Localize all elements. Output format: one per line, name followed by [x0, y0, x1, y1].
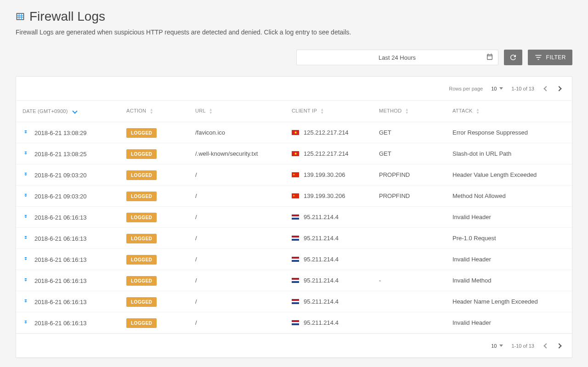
dropdown-icon — [499, 87, 503, 90]
action-badge: LOGGED — [126, 128, 157, 138]
refresh-icon — [509, 53, 517, 62]
table-row[interactable]: 2018-6-21 13:08:25LOGGED/.well-known/sec… — [16, 143, 572, 164]
sort-icon: ▲▼ — [209, 108, 213, 114]
flag-icon — [292, 172, 299, 177]
flag-icon — [292, 278, 299, 283]
col-action[interactable]: ACTION ▲▼ — [122, 101, 191, 122]
filter-button[interactable]: FILTER — [528, 50, 572, 65]
expand-icon[interactable] — [23, 319, 29, 327]
pager-top: Rows per page 10 1-10 of 13 — [16, 77, 572, 101]
expand-icon[interactable] — [23, 171, 29, 179]
cell-method: GET — [374, 122, 448, 143]
action-badge: LOGGED — [126, 170, 157, 180]
pager-next[interactable] — [555, 83, 563, 94]
col-method[interactable]: METHOD ▲▼ — [374, 101, 448, 122]
col-date[interactable]: DATE (GMT+0900) — [16, 101, 122, 122]
cell-method: - — [374, 270, 448, 291]
cell-attack: Invalid Method — [448, 270, 572, 291]
cell-method — [374, 249, 448, 270]
cell-ip: 125.212.217.214 — [304, 150, 349, 157]
flag-icon — [292, 193, 299, 198]
pager-next[interactable] — [555, 340, 563, 351]
table-row[interactable]: 2018-6-21 06:16:13LOGGED/95.211.214.4Inv… — [16, 207, 572, 228]
pager-prev[interactable] — [543, 83, 550, 94]
action-badge: LOGGED — [126, 192, 157, 201]
col-url[interactable]: URL ▲▼ — [191, 101, 287, 122]
action-badge: LOGGED — [126, 297, 157, 307]
table-row[interactable]: 2018-6-21 06:16:13LOGGED/95.211.214.4Inv… — [16, 312, 572, 333]
cell-ip: 95.211.214.4 — [304, 256, 339, 263]
page-title: Firewall Logs — [29, 9, 105, 24]
rows-per-page-value: 10 — [491, 343, 497, 349]
table-row[interactable]: 2018-6-21 13:08:29LOGGED/favicon.ico125.… — [16, 122, 572, 143]
cell-method: GET — [374, 143, 448, 164]
expand-icon[interactable] — [23, 298, 29, 305]
flag-icon — [292, 215, 299, 220]
firewall-icon — [16, 12, 25, 21]
cell-attack: Method Not Allowed — [448, 186, 572, 207]
dropdown-icon — [499, 344, 503, 347]
flag-icon — [292, 320, 299, 325]
col-client-ip[interactable]: CLIENT IP ▲▼ — [287, 101, 374, 122]
cell-date: 2018-6-21 06:16:13 — [34, 256, 86, 263]
rows-per-page-select[interactable]: 10 — [491, 343, 503, 349]
expand-icon[interactable] — [23, 255, 29, 263]
table-row[interactable]: 2018-6-21 06:16:13LOGGED/95.211.214.4Inv… — [16, 249, 572, 270]
cell-ip: 95.211.214.4 — [304, 277, 339, 284]
cell-ip: 125.212.217.214 — [304, 129, 349, 136]
filter-button-label: FILTER — [546, 54, 566, 61]
log-table: DATE (GMT+0900) ACTION ▲▼ URL ▲▼ CLIENT … — [16, 101, 572, 333]
action-badge: LOGGED — [126, 318, 157, 328]
cell-ip: 95.211.214.4 — [304, 298, 339, 305]
cell-url: / — [191, 186, 287, 207]
flag-icon — [292, 151, 299, 156]
cell-date: 2018-6-21 13:08:25 — [34, 151, 86, 158]
sort-icon: ▲▼ — [405, 108, 409, 114]
action-badge: LOGGED — [126, 234, 157, 243]
cell-method — [374, 207, 448, 228]
pager-range: 1-10 of 13 — [511, 86, 534, 91]
cell-attack: Header Value Length Exceeded — [448, 164, 572, 186]
expand-icon[interactable] — [23, 129, 29, 136]
table-row[interactable]: 2018-6-21 09:03:20LOGGED/139.199.30.206P… — [16, 186, 572, 207]
cell-url: / — [191, 228, 287, 249]
cell-date: 2018-6-21 09:03:20 — [34, 193, 86, 200]
table-row[interactable]: 2018-6-21 06:16:13LOGGED/95.211.214.4-In… — [16, 270, 572, 291]
cell-date: 2018-6-21 09:03:20 — [34, 172, 86, 179]
cell-attack: Slash-dot in URL Path — [448, 143, 572, 164]
action-badge: LOGGED — [126, 276, 157, 286]
col-attack[interactable]: ATTACK ▲▼ — [448, 101, 572, 122]
page-subtitle: Firewall Logs are generated when suspici… — [16, 28, 572, 36]
refresh-button[interactable] — [504, 50, 522, 65]
table-row[interactable]: 2018-6-21 09:03:20LOGGED/139.199.30.206P… — [16, 164, 572, 186]
cell-date: 2018-6-21 06:16:13 — [34, 235, 86, 242]
expand-icon[interactable] — [23, 150, 29, 158]
cell-attack: Invalid Header — [448, 207, 572, 228]
svg-rect-0 — [17, 13, 24, 19]
action-badge: LOGGED — [126, 213, 157, 222]
action-badge: LOGGED — [126, 255, 157, 265]
flag-icon — [292, 236, 299, 241]
cell-ip: 95.211.214.4 — [304, 235, 339, 242]
cell-attack: Pre-1.0 Request — [448, 228, 572, 249]
pager-prev[interactable] — [543, 340, 550, 351]
cell-ip: 139.199.30.206 — [304, 171, 345, 178]
cell-method — [374, 228, 448, 249]
cell-date: 2018-6-21 06:16:13 — [34, 299, 86, 305]
cell-date: 2018-6-21 13:08:29 — [34, 130, 86, 136]
filter-icon — [534, 53, 543, 62]
expand-icon[interactable] — [23, 192, 29, 200]
table-row[interactable]: 2018-6-21 06:16:13LOGGED/95.211.214.4Pre… — [16, 228, 572, 249]
date-range-picker[interactable]: Last 24 Hours — [296, 50, 498, 65]
sort-icon: ▲▼ — [476, 108, 480, 114]
calendar-icon — [486, 53, 493, 62]
date-range-label: Last 24 Hours — [379, 54, 416, 61]
expand-icon[interactable] — [23, 277, 29, 284]
cell-method — [374, 291, 448, 312]
table-row[interactable]: 2018-6-21 06:16:13LOGGED/95.211.214.4Hea… — [16, 291, 572, 312]
rows-per-page-select[interactable]: 10 — [491, 86, 503, 91]
expand-icon[interactable] — [23, 234, 29, 242]
expand-icon[interactable] — [23, 213, 29, 221]
chevron-down-icon — [73, 108, 77, 114]
rows-per-page-value: 10 — [491, 86, 497, 91]
